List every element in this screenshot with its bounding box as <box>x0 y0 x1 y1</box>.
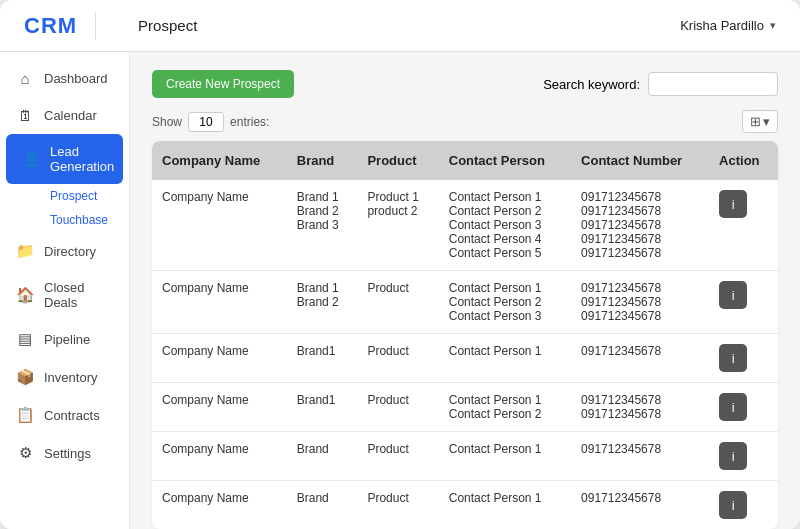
sidebar-label-calendar: Calendar <box>44 108 97 123</box>
app-container: CRM Prospect Krisha Pardillo ▾ ⌂ Dashboa… <box>0 0 800 529</box>
sidebar-item-calendar[interactable]: 🗓 Calendar <box>0 97 129 134</box>
sidebar-item-contracts[interactable]: 📋 Contracts <box>0 396 129 434</box>
cell-brand: Brand <box>287 432 358 481</box>
settings-icon: ⚙ <box>16 444 34 462</box>
sidebar-label-inventory: Inventory <box>44 370 97 385</box>
sidebar-item-settings[interactable]: ⚙ Settings <box>0 434 129 472</box>
info-button[interactable]: i <box>719 393 747 421</box>
create-prospect-button[interactable]: Create New Prospect <box>152 70 294 98</box>
col-product: Product <box>357 141 438 180</box>
cell-company-name: Company Name <box>152 271 287 334</box>
info-button[interactable]: i <box>719 281 747 309</box>
cell-company-name: Company Name <box>152 180 287 271</box>
sidebar-label-settings: Settings <box>44 446 91 461</box>
table-row: Company NameBrand 1 Brand 2 Brand 3Produ… <box>152 180 778 271</box>
col-contact-number: Contact Number <box>571 141 709 180</box>
search-input[interactable] <box>648 72 778 96</box>
col-action: Action <box>709 141 778 180</box>
column-toggle-icon: ⊞ <box>750 114 761 129</box>
col-brand: Brand <box>287 141 358 180</box>
sidebar-item-lead-generation[interactable]: 👤 Lead Generation <box>6 134 123 184</box>
sidebar-item-directory[interactable]: 📁 Directory <box>0 232 129 270</box>
cell-product: Product <box>357 334 438 383</box>
sidebar-sub-menu: Prospect Touchbase <box>0 184 129 232</box>
sidebar-label-dashboard: Dashboard <box>44 71 108 86</box>
entries-label: entries: <box>230 115 269 129</box>
cell-brand: Brand1 <box>287 383 358 432</box>
cell-brand: Brand <box>287 481 358 530</box>
column-toggle-chevron: ▾ <box>763 114 770 129</box>
cell-product: Product 1 product 2 <box>357 180 438 271</box>
cell-brand: Brand 1 Brand 2 Brand 3 <box>287 180 358 271</box>
cell-contact-number: 091712345678 091712345678 <box>571 383 709 432</box>
sidebar-label-closed-deals: Closed Deals <box>44 280 113 310</box>
cell-action: i <box>709 481 778 530</box>
cell-contact-person: Contact Person 1 <box>439 432 571 481</box>
info-button[interactable]: i <box>719 344 747 372</box>
cell-contact-person: Contact Person 1 <box>439 334 571 383</box>
cell-company-name: Company Name <box>152 383 287 432</box>
cell-product: Product <box>357 383 438 432</box>
cell-brand: Brand1 <box>287 334 358 383</box>
sidebar-item-closed-deals[interactable]: 🏠 Closed Deals <box>0 270 129 320</box>
content-header: Create New Prospect Search keyword: <box>152 70 778 98</box>
user-name: Krisha Pardillo <box>680 18 764 33</box>
cell-action: i <box>709 334 778 383</box>
cell-product: Product <box>357 481 438 530</box>
cell-product: Product <box>357 432 438 481</box>
col-contact-person: Contact Person <box>439 141 571 180</box>
main-layout: ⌂ Dashboard 🗓 Calendar 👤 Lead Generation… <box>0 52 800 529</box>
closed-deals-icon: 🏠 <box>16 286 34 304</box>
entries-row: Show entries: ⊞ ▾ <box>152 110 778 133</box>
prospect-table: Company Name Brand Product Contact Perso… <box>152 141 778 529</box>
sidebar-subitem-touchbase[interactable]: Touchbase <box>34 208 129 232</box>
sidebar: ⌂ Dashboard 🗓 Calendar 👤 Lead Generation… <box>0 52 130 529</box>
entries-input[interactable] <box>188 112 224 132</box>
cell-contact-person: Contact Person 1 Contact Person 2 Contac… <box>439 271 571 334</box>
lead-generation-icon: 👤 <box>22 150 40 168</box>
cell-contact-number: 091712345678 091712345678 091712345678 0… <box>571 180 709 271</box>
directory-icon: 📁 <box>16 242 34 260</box>
table-header-row: Company Name Brand Product Contact Perso… <box>152 141 778 180</box>
table-row: Company NameBrand1ProductContact Person … <box>152 334 778 383</box>
contracts-icon: 📋 <box>16 406 34 424</box>
sidebar-label-directory: Directory <box>44 244 96 259</box>
col-company-name: Company Name <box>152 141 287 180</box>
cell-action: i <box>709 180 778 271</box>
pipeline-icon: ▤ <box>16 330 34 348</box>
page-title: Prospect <box>138 17 197 34</box>
sidebar-item-dashboard[interactable]: ⌂ Dashboard <box>0 60 129 97</box>
cell-contact-number: 091712345678 091712345678 091712345678 <box>571 271 709 334</box>
calendar-icon: 🗓 <box>16 107 34 124</box>
info-button[interactable]: i <box>719 442 747 470</box>
table-row: Company NameBrandProductContact Person 1… <box>152 481 778 530</box>
content-area: Create New Prospect Search keyword: Show… <box>130 52 800 529</box>
dashboard-icon: ⌂ <box>16 70 34 87</box>
cell-company-name: Company Name <box>152 432 287 481</box>
search-bar: Search keyword: <box>543 72 778 96</box>
info-button[interactable]: i <box>719 491 747 519</box>
sidebar-label-pipeline: Pipeline <box>44 332 90 347</box>
cell-company-name: Company Name <box>152 481 287 530</box>
user-menu[interactable]: Krisha Pardillo ▾ <box>680 18 776 33</box>
cell-company-name: Company Name <box>152 334 287 383</box>
info-button[interactable]: i <box>719 190 747 218</box>
cell-action: i <box>709 383 778 432</box>
show-label: Show <box>152 115 182 129</box>
sidebar-label-lead-generation: Lead Generation <box>50 144 114 174</box>
user-chevron-icon: ▾ <box>770 19 776 32</box>
table-row: Company NameBrand1ProductContact Person … <box>152 383 778 432</box>
cell-brand: Brand 1 Brand 2 <box>287 271 358 334</box>
cell-contact-number: 091712345678 <box>571 334 709 383</box>
cell-product: Product <box>357 271 438 334</box>
cell-contact-number: 091712345678 <box>571 432 709 481</box>
column-toggle-button[interactable]: ⊞ ▾ <box>742 110 778 133</box>
sidebar-item-inventory[interactable]: 📦 Inventory <box>0 358 129 396</box>
sidebar-item-pipeline[interactable]: ▤ Pipeline <box>0 320 129 358</box>
cell-action: i <box>709 271 778 334</box>
cell-contact-number: 091712345678 <box>571 481 709 530</box>
sidebar-subitem-prospect[interactable]: Prospect <box>34 184 129 208</box>
table-row: Company NameBrandProductContact Person 1… <box>152 432 778 481</box>
cell-action: i <box>709 432 778 481</box>
cell-contact-person: Contact Person 1 Contact Person 2 <box>439 383 571 432</box>
